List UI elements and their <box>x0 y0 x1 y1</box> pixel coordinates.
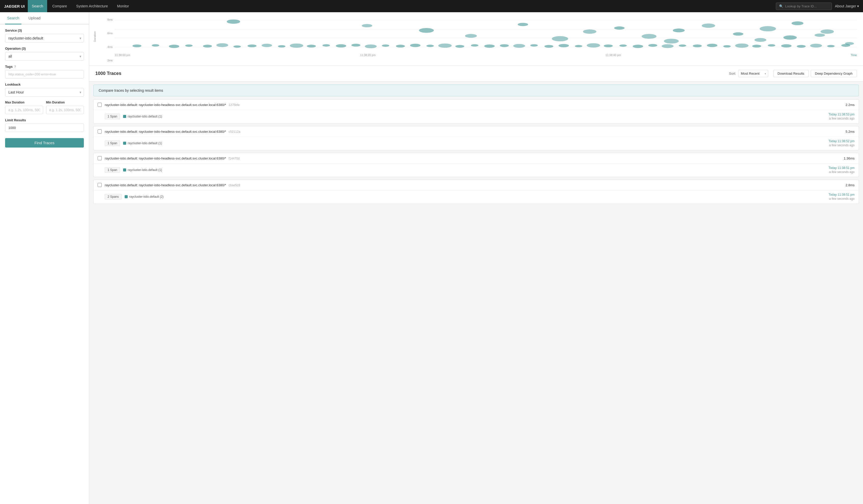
svg-point-61 <box>673 28 685 33</box>
lookback-select[interactable]: Last HourLast 2 HoursLast 3 HoursLast 6 … <box>5 88 84 97</box>
svg-point-22 <box>410 44 421 47</box>
brand-logo: JAEGER UI <box>4 4 25 9</box>
service-bar-group-1: raycluster-istio.default (1) <box>123 115 162 118</box>
scatter-chart <box>115 17 857 53</box>
svg-point-56 <box>518 23 528 26</box>
chart-y-tick-4ms: 4ms <box>107 46 115 48</box>
trace-spans-4: 2 Spans raycluster-istio.default (2) <box>105 194 164 200</box>
max-duration-group: Max Duration <box>5 101 43 114</box>
operation-select[interactable]: all <box>5 52 84 61</box>
main-layout: Search Upload Service (3) raycluster-ist… <box>0 12 863 504</box>
max-duration-input[interactable] <box>5 106 43 114</box>
svg-point-54 <box>419 28 434 33</box>
tags-label: Tags ? <box>5 65 84 68</box>
trace-title-2: raycluster-istio.default: raycluster-ist… <box>105 130 842 134</box>
download-results-button[interactable]: Download Results <box>773 70 809 77</box>
nav-right: 🔍 About Jaeger ▾ <box>776 2 859 10</box>
tags-help-icon[interactable]: ? <box>14 65 16 68</box>
svg-point-43 <box>723 45 731 47</box>
trace-header: raycluster-istio.default: raycluster-ist… <box>93 180 859 190</box>
trace-lookup-container[interactable]: 🔍 <box>776 2 832 10</box>
tags-group: Tags ? <box>5 65 84 78</box>
svg-point-55 <box>465 34 477 38</box>
trace-spans-3: 1 Span raycluster-istio.default (1) <box>105 167 162 173</box>
traces-list: raycluster-istio.default: raycluster-ist… <box>89 99 863 211</box>
svg-point-57 <box>552 36 568 41</box>
svg-point-64 <box>760 26 776 32</box>
svg-point-4 <box>133 44 141 47</box>
svg-point-62 <box>702 23 715 28</box>
search-icon: 🔍 <box>779 4 783 8</box>
nav-item-monitor[interactable]: Monitor <box>113 0 133 12</box>
service-label: Service (3) <box>5 28 84 33</box>
svg-point-60 <box>642 34 656 39</box>
service-bar-label-4: raycluster-istio.default (2) <box>129 195 164 199</box>
duration-group: Max Duration Min Duration <box>5 101 84 114</box>
svg-point-45 <box>752 45 761 47</box>
svg-point-42 <box>707 44 717 47</box>
trace-title-1: raycluster-istio.default: raycluster-ist… <box>105 103 842 107</box>
span-badge-2: 1 Span <box>105 140 120 146</box>
trace-meta-2: Today 11:38:52 pm a few seconds ago <box>829 139 854 147</box>
limit-results-group: Limit Results 1000 <box>5 118 84 132</box>
trace-checkbox-1[interactable] <box>98 103 102 107</box>
service-bar-group-2: raycluster-istio.default (1) <box>123 141 162 145</box>
sort-select-wrapper: Most RecentLongest FirstShortest FirstMo… <box>738 70 768 77</box>
tab-search[interactable]: Search <box>5 12 22 24</box>
trace-checkbox-4[interactable] <box>98 183 102 187</box>
svg-point-58 <box>583 29 596 34</box>
sort-select[interactable]: Most RecentLongest FirstShortest FirstMo… <box>738 70 768 77</box>
nav-item-search[interactable]: Search <box>28 0 47 12</box>
sidebar: Search Upload Service (3) raycluster-ist… <box>0 12 89 504</box>
trace-duration-4: 2.8ms <box>846 183 854 187</box>
svg-point-71 <box>845 42 854 45</box>
trace-checkbox-2[interactable] <box>98 129 102 134</box>
sort-label: Sort: <box>729 72 736 75</box>
trace-meta-4: Today 11:38:51 pm a few seconds ago <box>829 193 854 201</box>
tab-upload[interactable]: Upload <box>26 12 43 24</box>
svg-point-35 <box>604 44 613 47</box>
svg-point-20 <box>382 44 389 47</box>
svg-point-7 <box>185 44 193 47</box>
svg-point-68 <box>754 38 766 42</box>
svg-point-44 <box>735 43 748 48</box>
about-jaeger-menu[interactable]: About Jaeger ▾ <box>835 4 859 8</box>
trace-body-2: 1 Span raycluster-istio.default (1) Toda… <box>93 137 859 150</box>
svg-point-31 <box>545 45 553 48</box>
trace-checkbox-3[interactable] <box>98 156 102 160</box>
limit-results-input[interactable]: 1000 <box>5 124 84 132</box>
svg-point-12 <box>262 44 272 47</box>
chart-y-tick-2ms: 2ms <box>107 59 115 62</box>
svg-point-50 <box>827 45 835 47</box>
svg-point-16 <box>322 44 330 46</box>
svg-point-40 <box>679 44 686 47</box>
svg-point-11 <box>248 44 257 47</box>
trace-duration-2: 5.2ms <box>846 130 854 134</box>
trace-spans-1: 1 Span raycluster-istio.default (1) <box>105 114 162 119</box>
svg-point-52 <box>227 20 240 24</box>
operation-group: Operation (3) all <box>5 47 84 61</box>
deep-dependency-graph-button[interactable]: Deep Dependency Graph <box>811 70 857 77</box>
results-header: 1000 Traces Sort: Most RecentLongest Fir… <box>89 66 863 81</box>
trace-lookup-input[interactable] <box>785 4 829 8</box>
trace-title-3: raycluster-istio.default: raycluster-ist… <box>105 156 841 160</box>
nav-item-system-architecture[interactable]: System Architecture <box>72 0 112 12</box>
svg-point-9 <box>216 43 228 47</box>
min-duration-input[interactable] <box>46 106 84 114</box>
trace-meta-3: Today 11:38:51 pm a few seconds ago <box>829 166 854 174</box>
trace-duration-1: 2.2ms <box>846 103 854 107</box>
chart-x-tick-1: 11:38:20 pm <box>360 53 376 56</box>
chart-x-tick-2: 11:38:40 pm <box>605 53 621 56</box>
nav-item-compare[interactable]: Compare <box>48 0 71 12</box>
service-color-bar-2 <box>123 142 126 145</box>
main-content: Duration 8ms 6ms 4ms 2ms <box>89 12 863 504</box>
find-traces-button[interactable]: Find Traces <box>5 138 84 148</box>
sidebar-tabs: Search Upload <box>0 12 89 24</box>
tags-input[interactable] <box>5 70 84 78</box>
chart-x-time-label: Time <box>851 53 857 56</box>
limit-results-label: Limit Results <box>5 118 84 122</box>
svg-point-21 <box>396 45 405 47</box>
trace-title-4: raycluster-istio.default: raycluster-ist… <box>105 183 842 187</box>
service-select[interactable]: raycluster-istio.default <box>5 34 84 42</box>
service-color-bar-4 <box>125 195 128 198</box>
